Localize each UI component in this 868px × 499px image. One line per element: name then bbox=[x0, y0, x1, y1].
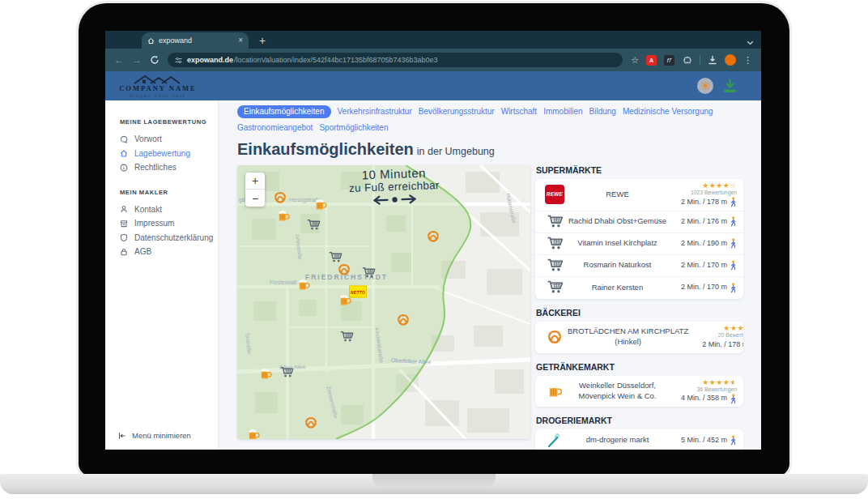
company-logo: COMPANY NAME Slogan Goes here bbox=[117, 74, 198, 98]
downloads-icon[interactable] bbox=[708, 55, 717, 65]
walking-person-icon bbox=[730, 435, 737, 446]
walking-person-icon bbox=[730, 394, 737, 404]
user-icon bbox=[120, 205, 128, 213]
nav-tab-sportm-glichkeiten[interactable]: Sportmöglichkeiten bbox=[319, 122, 388, 134]
map-zoom-control: + − bbox=[245, 173, 265, 207]
map-marker-cart[interactable] bbox=[362, 267, 376, 280]
map-marker-pretzel[interactable] bbox=[338, 263, 351, 277]
sidebar-item-label: Vorwort bbox=[134, 134, 162, 143]
walking-person-icon bbox=[730, 238, 737, 249]
panel-section-title: SUPERMÄRKTE bbox=[536, 165, 743, 175]
distance-label: 2 Min. / 170 m bbox=[681, 260, 727, 271]
sidebar-item-vorwort[interactable]: Vorwort bbox=[120, 132, 218, 147]
info-icon bbox=[120, 164, 128, 172]
sidebar-item-lagebewertung[interactable]: Lagebewertung bbox=[120, 147, 218, 161]
back-button-icon[interactable]: ← bbox=[114, 55, 124, 65]
site-settings-icon[interactable] bbox=[175, 57, 182, 64]
map-marker-beer[interactable] bbox=[259, 368, 273, 382]
map-marker-beer[interactable] bbox=[314, 198, 328, 212]
map-marker-pretzel[interactable] bbox=[304, 416, 318, 430]
theme-toggle-icon[interactable] bbox=[697, 78, 713, 94]
reload-button-icon[interactable] bbox=[150, 55, 160, 65]
url-path: /locationValuation/index/542f44bc17135bf… bbox=[234, 56, 438, 64]
panel-card: Weinkeller Düsseldorf,Mövenpick Wein & C… bbox=[535, 376, 743, 407]
collapse-menu-label: Menü minimieren bbox=[132, 431, 191, 440]
place-name: Rainer Kersten bbox=[568, 283, 667, 293]
archive-icon bbox=[120, 220, 128, 228]
nav-tab-einkaufsm-glichkeiten[interactable]: Einkaufsmöglichkeiten bbox=[237, 105, 331, 118]
map-marker-cart[interactable] bbox=[307, 219, 321, 232]
walking-person-icon bbox=[730, 283, 737, 293]
new-tab-button[interactable]: + bbox=[259, 32, 266, 49]
sidebar-item-agb[interactable]: AGB bbox=[120, 245, 218, 259]
map-marker-cart[interactable] bbox=[280, 366, 294, 380]
header-actions bbox=[697, 78, 738, 94]
download-report-icon[interactable] bbox=[722, 79, 738, 93]
map-marker-beer[interactable] bbox=[277, 210, 291, 224]
map-marker-pretzel[interactable] bbox=[397, 313, 411, 327]
zoom-in-button[interactable]: + bbox=[245, 173, 265, 190]
nav-tab-verkehrsinfrastruktur[interactable]: Verkehrsinfrastruktur bbox=[338, 105, 412, 118]
cart-icon bbox=[542, 214, 568, 230]
sidebar-item-label: Kontakt bbox=[134, 205, 162, 214]
url-bar[interactable]: expowand.de /locationValuation/index/542… bbox=[168, 53, 623, 67]
tab-title: expowand bbox=[159, 36, 234, 45]
toothbrush-icon bbox=[542, 433, 568, 449]
bookmark-star-icon[interactable]: ☆ bbox=[631, 56, 639, 65]
chat-icon bbox=[120, 135, 128, 143]
panel-section-title: DROGERIEMARKT bbox=[536, 416, 743, 425]
place-meta: ★★★★★★36 Bewertungen4 Min. / 358 m bbox=[667, 378, 737, 405]
map[interactable]: gstraßeHerzogstraßeFürstenwallFRIEDRICHS… bbox=[237, 165, 530, 439]
forward-button-icon[interactable]: → bbox=[132, 55, 142, 65]
sidebar-item-kontakt[interactable]: Kontakt bbox=[120, 203, 218, 217]
rewe-logo: REWE bbox=[545, 185, 564, 204]
collapse-menu-button[interactable]: Menü minimieren bbox=[118, 431, 191, 440]
place-meta: 2 Min. / 170 m bbox=[667, 260, 737, 271]
shield-icon bbox=[120, 233, 128, 241]
tab-list-chevron-icon[interactable] bbox=[747, 35, 754, 49]
place-name: Weinkeller Düsseldorf,Mövenpick Wein & C… bbox=[568, 381, 667, 402]
tab-close-icon[interactable]: × bbox=[238, 36, 243, 45]
map-marker-cart[interactable] bbox=[340, 331, 354, 344]
rating-stars: ★★★★☆ bbox=[667, 181, 737, 190]
page-title-sub: in der Umgebung bbox=[417, 146, 495, 157]
expowand-app: COMPANY NAME Slogan Goes here MEINE LAGE… bbox=[105, 71, 761, 450]
beer-icon bbox=[542, 383, 568, 399]
browser-menu-icon[interactable]: ⋮ bbox=[743, 56, 752, 65]
profile-avatar[interactable] bbox=[725, 54, 736, 66]
distance-label: 2 Min. / 176 m bbox=[681, 216, 727, 228]
place-name: dm-drogerie markt bbox=[568, 435, 667, 446]
page-title-main: Einkaufsmöglichkeiten bbox=[237, 140, 414, 158]
map-marker-beer[interactable] bbox=[247, 429, 261, 440]
nav-tab-medizinische-versorgung[interactable]: Medizinische Versorgung bbox=[623, 105, 713, 118]
zoom-out-button[interactable]: − bbox=[245, 190, 265, 207]
distance-label: 5 Min. / 452 m bbox=[681, 435, 727, 446]
browser-tab[interactable]: expowand × bbox=[142, 32, 249, 49]
nav-tab-gastronomieangebot[interactable]: Gastronomieangebot bbox=[237, 122, 313, 134]
sidebar-item-label: Datenschutzerklärung bbox=[134, 233, 213, 242]
home-icon bbox=[120, 149, 128, 157]
map-marker-pretzel[interactable] bbox=[274, 191, 287, 205]
extensions-puzzle-icon[interactable] bbox=[682, 55, 692, 66]
distance-label: 2 Min. / 178 m bbox=[681, 197, 727, 208]
place-row-rewe: REWEREWE★★★★☆1023 Bewertungen2 Min. / 17… bbox=[535, 179, 743, 211]
sidebar-item-datenschutzerkl-rung[interactable]: Datenschutzerklärung bbox=[120, 231, 218, 245]
map-marker-beer[interactable] bbox=[338, 294, 352, 308]
walking-person-icon bbox=[730, 216, 737, 227]
nav-tab-bildung[interactable]: Bildung bbox=[589, 105, 616, 118]
sidebar-item-rechtliches[interactable]: Rechtliches bbox=[120, 160, 218, 175]
cart-icon bbox=[542, 258, 568, 274]
app-header: COMPANY NAME Slogan Goes here bbox=[105, 71, 761, 100]
fx-extension-icon[interactable]: f7 bbox=[664, 55, 674, 66]
category-nav: EinkaufsmöglichkeitenVerkehrsinfrastrukt… bbox=[237, 105, 761, 134]
nav-tab-bev-lkerungsstruktur[interactable]: Bevölkerungsstruktur bbox=[419, 105, 495, 118]
map-marker-pretzel[interactable] bbox=[427, 230, 440, 244]
laptop-mockup: expowand × + ← → expowand.de /locationVa… bbox=[0, 0, 868, 499]
map-marker-beer[interactable] bbox=[297, 279, 311, 292]
rating-stars: ★★★★★★ bbox=[688, 324, 743, 332]
browser-window: expowand × + ← → expowand.de /locationVa… bbox=[105, 31, 761, 450]
pdf-extension-icon[interactable]: A bbox=[646, 55, 657, 66]
nav-tab-wirtschaft[interactable]: Wirtschaft bbox=[501, 105, 537, 118]
sidebar-item-impressum[interactable]: Impressum bbox=[120, 216, 218, 231]
nav-tab-immobilien[interactable]: Immobilien bbox=[543, 105, 582, 118]
